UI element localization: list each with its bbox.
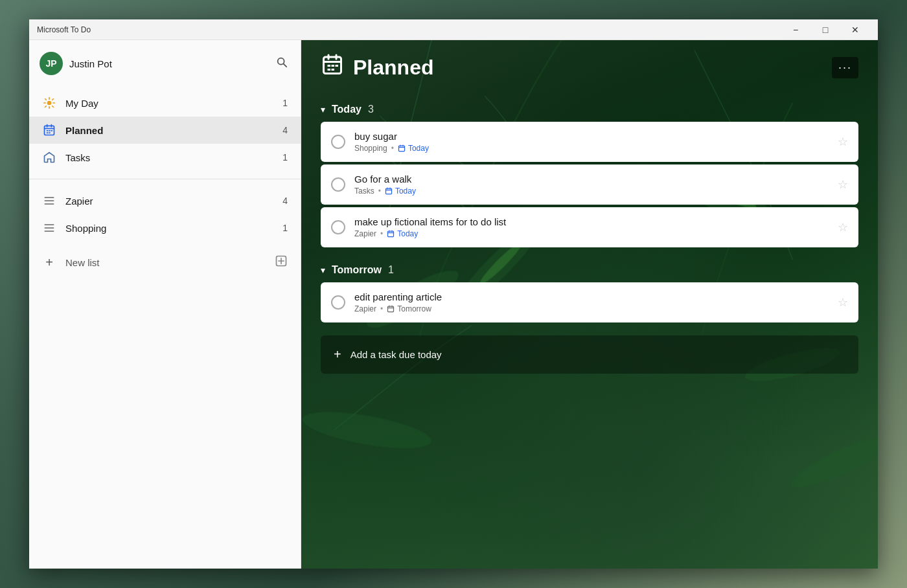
svg-rect-17: [51, 130, 53, 131]
task-date-text-fictional-items: Today: [397, 229, 418, 238]
task-date-text-go-for-walk: Today: [395, 187, 416, 196]
svg-line-10: [45, 106, 47, 107]
svg-point-2: [47, 101, 52, 106]
window-title: Microsoft To Do: [37, 25, 781, 34]
task-edit-parenting[interactable]: edit parenting article Zapier •: [321, 282, 858, 322]
task-meta-edit-parenting: Zapier • Tomorrow: [354, 304, 829, 313]
username-label: Justin Pot: [69, 58, 267, 69]
new-list-label: New list: [65, 257, 266, 268]
task-title-go-for-walk: Go for a walk: [354, 174, 829, 185]
home-icon: [42, 150, 56, 164]
tasks-label: Tasks: [65, 152, 273, 163]
today-section-header[interactable]: ▾ Today 3: [321, 97, 858, 122]
svg-rect-51: [385, 188, 391, 194]
add-task-bar[interactable]: + Add a task due today: [321, 335, 858, 374]
task-list-buy-sugar: Shopping: [354, 144, 387, 153]
task-date-fictional-items: Today: [387, 229, 418, 238]
task-list-fictional-items: Zapier: [354, 229, 376, 238]
planned-label: Planned: [65, 125, 273, 136]
task-fictional-items[interactable]: make up fictional items for to do list Z…: [321, 207, 858, 247]
tomorrow-chevron-icon: ▾: [321, 265, 325, 275]
sidebar-item-zapier[interactable]: Zapier 4: [29, 187, 301, 214]
sun-icon: [42, 96, 56, 110]
add-task-label: Add a task due today: [350, 349, 442, 360]
maximize-button[interactable]: □: [810, 19, 840, 40]
task-date-edit-parenting: Tomorrow: [387, 304, 431, 313]
task-checkbox-go-for-walk[interactable]: [331, 177, 345, 192]
page-title: Planned: [353, 56, 433, 80]
task-star-edit-parenting[interactable]: ☆: [838, 295, 848, 310]
task-checkbox-fictional-items[interactable]: [331, 220, 345, 234]
avatar[interactable]: JP: [40, 52, 63, 75]
window-controls: − □ ✕: [781, 19, 870, 40]
my-day-count: 1: [282, 98, 288, 108]
task-title-edit-parenting: edit parenting article: [354, 291, 829, 302]
list-icon-shopping: [42, 221, 56, 235]
task-meta-dot-4: •: [380, 304, 383, 313]
task-checkbox-edit-parenting[interactable]: [331, 295, 345, 310]
svg-rect-44: [336, 65, 339, 67]
task-star-go-for-walk[interactable]: ☆: [838, 177, 848, 192]
close-button[interactable]: ✕: [840, 19, 870, 40]
sidebar-item-tasks[interactable]: Tasks 1: [29, 144, 301, 171]
my-day-label: My Day: [65, 98, 273, 109]
svg-rect-45: [328, 69, 331, 71]
today-section-title: Today: [332, 104, 362, 115]
main-content: Planned ··· ▾ Today 3 buy sugar: [301, 40, 878, 569]
zapier-count: 4: [282, 196, 288, 206]
sidebar-item-my-day[interactable]: My Day 1: [29, 89, 301, 117]
task-meta-fictional-items: Zapier • Today: [354, 229, 829, 238]
zapier-label: Zapier: [65, 196, 273, 207]
tasks-count: 1: [282, 152, 288, 163]
task-meta-dot: •: [391, 144, 394, 153]
task-star-fictional-items[interactable]: ☆: [838, 220, 848, 234]
svg-rect-19: [49, 132, 51, 133]
today-section-count: 3: [368, 104, 374, 115]
sidebar-item-planned[interactable]: Planned 4: [29, 117, 301, 144]
shopping-label: Shopping: [65, 223, 273, 234]
task-meta-go-for-walk: Tasks • Today: [354, 187, 829, 196]
sidebar-item-shopping[interactable]: Shopping 1: [29, 214, 301, 242]
svg-line-1: [284, 63, 287, 67]
task-date-text-buy-sugar: Today: [408, 144, 429, 153]
more-options-button[interactable]: ···: [832, 57, 858, 78]
task-buy-sugar[interactable]: buy sugar Shopping •: [321, 122, 858, 162]
task-date-go-for-walk: Today: [385, 187, 416, 196]
task-date-text-edit-parenting: Tomorrow: [397, 304, 431, 313]
svg-rect-46: [332, 69, 335, 71]
minimize-button[interactable]: −: [781, 19, 810, 40]
task-info-edit-parenting: edit parenting article Zapier •: [354, 291, 829, 313]
new-list-item[interactable]: + New list: [29, 247, 301, 278]
task-title-fictional-items: make up fictional items for to do list: [354, 216, 829, 227]
calendar-small-icon-4: [387, 305, 395, 313]
main-header-left: Planned: [321, 53, 433, 82]
calendar-icon: [42, 123, 56, 137]
svg-rect-15: [47, 130, 49, 131]
tomorrow-section-count: 1: [388, 264, 394, 276]
task-info-go-for-walk: Go for a walk Tasks •: [354, 174, 829, 196]
svg-rect-59: [388, 306, 394, 312]
task-checkbox-buy-sugar[interactable]: [331, 135, 345, 149]
task-list-edit-parenting: Zapier: [354, 304, 376, 313]
svg-rect-43: [332, 65, 335, 67]
task-go-for-walk[interactable]: Go for a walk Tasks •: [321, 164, 858, 205]
search-button[interactable]: [273, 54, 290, 74]
planned-count: 4: [282, 125, 288, 135]
sidebar-lists: Zapier 4 Shopping 1: [29, 185, 301, 244]
svg-rect-55: [388, 231, 394, 237]
task-star-buy-sugar[interactable]: ☆: [838, 135, 848, 149]
main-header: Planned ···: [321, 53, 858, 82]
add-task-plus-icon: +: [334, 347, 341, 362]
tomorrow-section-header[interactable]: ▾ Tomorrow 1: [321, 258, 858, 282]
main-inner: Planned ··· ▾ Today 3 buy sugar: [301, 40, 878, 569]
app-body: JP Justin Pot: [29, 40, 878, 569]
sidebar-header: JP Justin Pot: [29, 40, 301, 87]
sidebar-divider: [29, 179, 301, 179]
task-info-buy-sugar: buy sugar Shopping •: [354, 131, 829, 153]
svg-line-7: [45, 99, 47, 100]
search-icon: [276, 56, 288, 68]
sidebar-nav: My Day 1: [29, 87, 301, 174]
new-list-icon-button[interactable]: [275, 254, 288, 271]
calendar-small-icon-3: [387, 230, 395, 238]
task-list-go-for-walk: Tasks: [354, 187, 374, 196]
